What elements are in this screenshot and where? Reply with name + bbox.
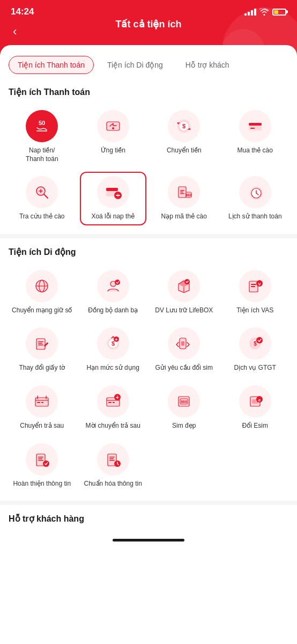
list-item[interactable]: Gửi yêu cầu đổi sim: [151, 323, 218, 377]
svg-point-79: [43, 460, 49, 467]
vas-label: Tiện ích VAS: [236, 306, 273, 315]
section-divider: [0, 234, 297, 238]
svg-rect-2: [36, 130, 47, 131]
svg-text:+: +: [115, 337, 117, 342]
svg-text:$: $: [182, 123, 185, 129]
svg-text:e: e: [258, 398, 261, 402]
tab-payment[interactable]: Tiện ích Thanh toán: [9, 56, 94, 74]
list-item[interactable]: Lịch sử thanh toán: [222, 172, 289, 225]
sim-dep-icon: 888: [168, 385, 200, 418]
svg-text:$: $: [254, 341, 257, 347]
tra-cuu-icon: [26, 176, 58, 208]
battery-icon: [272, 9, 286, 16]
svg-rect-60: [37, 402, 40, 403]
svg-rect-23: [180, 193, 184, 194]
chuyen-tra-sau-icon: [26, 385, 58, 418]
list-item[interactable]: $ Chuyển tiền: [151, 106, 218, 167]
chuan-hoa-icon: [97, 443, 129, 475]
dong-bo-label: Đồng bộ danh bạ: [88, 306, 138, 315]
bottom-indicator: [9, 532, 288, 548]
signal-icon: [244, 9, 256, 16]
nap-tien-icon: 50: [26, 110, 58, 142]
svg-rect-40: [251, 286, 255, 287]
hoan-thien-label: Hoàn thiện thông tin: [13, 480, 71, 488]
main-content: Tiện ích Thanh toán Tiện ích Di động Hỗ …: [0, 45, 297, 644]
svg-rect-44: [38, 341, 43, 342]
back-button[interactable]: ‹: [9, 20, 21, 43]
thay-doi-label: Thay đổi giấy tờ: [19, 364, 65, 372]
list-item[interactable]: V Tiện ích VAS: [222, 266, 289, 319]
svg-rect-39: [251, 284, 256, 285]
payment-grid: 50 Nap tiền/Thanh toán Ứng tiền: [9, 106, 288, 225]
svg-rect-65: [113, 402, 115, 403]
svg-text:888: 888: [185, 193, 192, 197]
doi-sim-label: Gửi yêu cầu đổi sim: [155, 364, 213, 372]
gtgt-label: Dịch vụ GTGT: [234, 364, 276, 372]
list-item[interactable]: 50 Nap tiền/Thanh toán: [9, 106, 76, 167]
chuyen-tien-label: Chuyển tiền: [167, 147, 202, 155]
list-item[interactable]: 888 Sim đẹp: [151, 381, 218, 435]
wifi-icon: [259, 8, 269, 16]
lifebox-label: DV Lưu trữ LifeBOX: [155, 306, 213, 315]
list-item[interactable]: Chuyển trả sau: [9, 381, 76, 435]
mobile-grid: Chuyển mạng giữ số Đồng bộ danh bạ: [9, 266, 288, 492]
list-item[interactable]: Đồng bộ danh bạ: [80, 266, 147, 319]
tra-cuu-label: Tra cứu thẻ cào: [19, 213, 65, 221]
header-title: Tất cả tiện ích: [116, 18, 182, 30]
hoan-thien-icon: [26, 443, 58, 475]
chuyen-mang-label: Chuyển mạng giữ số: [12, 306, 72, 315]
svg-text:50: 50: [39, 120, 45, 126]
svg-rect-43: [36, 339, 45, 349]
svg-point-37: [184, 279, 190, 284]
svg-rect-21: [180, 190, 184, 191]
svg-rect-9: [249, 123, 262, 126]
tab-support[interactable]: Hỗ trợ khách: [176, 56, 239, 74]
list-item[interactable]: 888 Nạp mã thẻ cào: [151, 172, 218, 225]
svg-rect-46: [38, 345, 43, 346]
chuyen-tra-sau-label: Chuyển trả sau: [20, 422, 64, 430]
list-item[interactable]: Hoàn thiện thông tin: [9, 439, 76, 493]
section-divider-2: [0, 501, 297, 505]
svg-rect-22: [180, 192, 183, 193]
chuan-hoa-label: Chuẩn hóa thông tin: [84, 480, 142, 488]
svg-point-4: [112, 127, 114, 129]
svg-rect-78: [38, 460, 43, 461]
nap-ma-label: Nạp mã thẻ cào: [161, 213, 207, 221]
list-item[interactable]: $ Dịch vụ GTGT: [222, 323, 289, 377]
svg-text:$: $: [112, 340, 115, 347]
svg-rect-45: [38, 343, 42, 344]
svg-rect-16: [106, 188, 118, 191]
list-item[interactable]: Chuyển mạng giữ số: [9, 266, 76, 319]
list-item[interactable]: Tra cứu thẻ cào: [9, 172, 76, 225]
dong-bo-icon: [97, 270, 129, 302]
list-item[interactable]: Ứng tiền: [80, 106, 147, 167]
xoa-loi-label: Xoá lỗi nap thẻ: [91, 213, 135, 221]
list-item[interactable]: DV Lưu trữ LifeBOX: [151, 266, 218, 319]
lifebox-icon: [168, 270, 200, 302]
han-muc-label: Hạn mức sử dụng: [87, 364, 139, 372]
svg-rect-77: [38, 458, 42, 459]
list-item[interactable]: Thay đổi giấy tờ: [9, 323, 76, 377]
list-item[interactable]: e Đổi Esim: [222, 381, 289, 435]
han-muc-icon: $ +: [97, 327, 129, 360]
chuyen-tien-icon: $: [168, 110, 200, 142]
tab-mobile[interactable]: Tiện ích Di động: [98, 56, 172, 74]
svg-point-35: [115, 280, 120, 285]
svg-rect-82: [109, 458, 114, 459]
svg-rect-54: [181, 341, 184, 346]
nap-tien-label: Nap tiền/Thanh toán: [26, 147, 58, 163]
nap-ma-icon: 888: [168, 176, 200, 208]
list-item[interactable]: Mua thẻ cào: [222, 106, 289, 167]
svg-rect-76: [38, 457, 43, 458]
moi-chuyen-icon: +: [97, 385, 129, 418]
list-item[interactable]: Chuẩn hóa thông tin: [80, 439, 147, 493]
list-item[interactable]: $ + Hạn mức sử dụng: [80, 323, 147, 377]
moi-chuyen-label: Mời chuyển trả sau: [86, 422, 140, 430]
esim-icon: e: [239, 385, 271, 418]
vas-icon: V: [239, 270, 271, 302]
list-item[interactable]: + Mời chuyển trả sau: [80, 381, 147, 435]
svg-rect-64: [108, 402, 112, 403]
chuyen-mang-icon: [26, 270, 58, 302]
list-item[interactable]: Xoá lỗi nap thẻ: [80, 172, 147, 225]
payment-section-title: Tiện ích Thanh toán: [9, 87, 288, 97]
